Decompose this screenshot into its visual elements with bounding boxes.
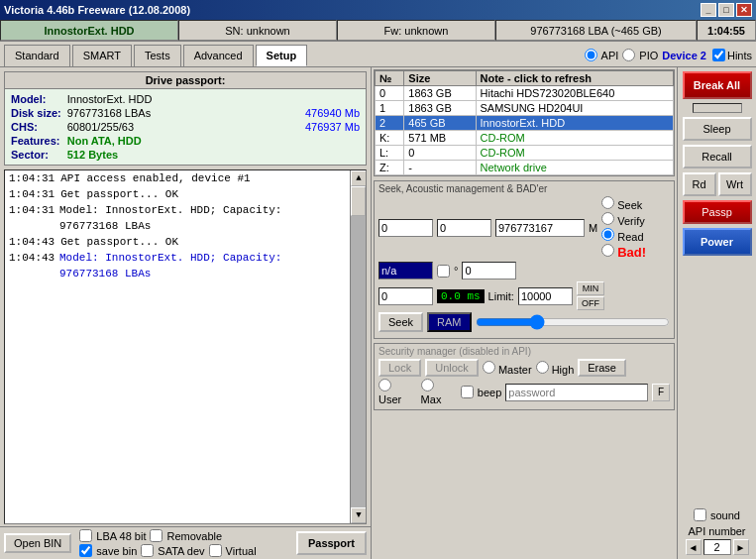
master-radio[interactable] [483,361,495,374]
po-value-input[interactable] [462,262,516,280]
serial-number: SN: unknown [178,20,337,41]
security-title: Security manager (disabled in API) [378,346,670,357]
drive-row-k[interactable]: K: 571 MB CD-ROM [376,131,674,146]
log-entry-2: 1:04:31 Get passport... OK [5,186,350,202]
ram-button[interactable]: RAM [427,312,471,332]
drive-row-l[interactable]: L: 0 CD-ROM [376,146,674,161]
po-checkbox[interactable] [437,265,450,278]
log-entry-1: 1:04:31 API access enabled, device #1 [5,170,350,186]
drive-size-0: 1863 GB [404,86,476,101]
wrt-button[interactable]: Wrt [718,172,752,196]
chs-value: 60801/255/63 [67,121,299,133]
password-input[interactable] [505,384,648,401]
tab-smart[interactable]: SMART [72,45,132,66]
scrollbar-thumb[interactable] [351,186,366,216]
virtual-checkbox[interactable] [209,544,222,557]
tab-standard[interactable]: Standard [4,45,70,66]
seek-to-input[interactable] [495,219,585,237]
log-time-3: 1:04:31 [9,202,54,234]
tab-tests[interactable]: Tests [134,45,181,66]
master-radio-label: Master [483,361,532,376]
break-all-button[interactable]: Break All [683,71,752,99]
limit-input[interactable] [518,287,573,305]
flag-button[interactable]: F [652,384,670,401]
title-bar: Victoria 4.46b Freeware (12.08.2008) _ □… [0,0,756,20]
scroll-down-btn[interactable]: ▼ [351,507,367,523]
center-panel: № Size Note - click to refresh 0 1863 GB… [372,67,677,559]
passport-header: Drive passport: [5,72,366,89]
sata-row: save bin SATA dev Virtual [79,544,256,557]
power-button[interactable]: Power [683,228,752,256]
off-button[interactable]: OFF [577,296,604,310]
seek-button[interactable]: Seek [378,312,423,332]
seek-radio[interactable] [601,196,614,209]
rw-buttons: Rd Wrt [683,172,752,196]
seek-count-input[interactable] [437,219,491,237]
scroll-up-btn[interactable]: ▲ [351,170,367,186]
passport-button[interactable]: Passport [296,531,367,555]
rd-button[interactable]: Rd [683,172,716,196]
maximize-button[interactable]: □ [718,3,734,17]
hints-checkbox[interactable] [712,49,725,61]
recall-button[interactable]: Recall [683,145,752,168]
max-label: Max [421,393,442,405]
bad-radio[interactable] [601,244,614,257]
lock-button[interactable]: Lock [378,359,421,377]
passp-button[interactable]: Passp [683,200,752,224]
min-button[interactable]: MIN [577,281,604,295]
drive-num-l: L: [376,146,404,161]
drive-passport: Drive passport: Model: InnostorExt. HDD … [4,71,367,166]
na-input[interactable] [378,262,433,280]
lba-info: 976773168 LBA (~465 GB) [495,20,697,41]
bottom-controls: Open BIN LBA 48 bit Removable save bin S… [0,526,371,559]
removable-checkbox[interactable] [150,529,162,542]
max-radio[interactable] [421,379,434,391]
sound-checkbox[interactable] [694,508,706,521]
seek-slider[interactable] [476,315,670,329]
user-label: User [378,393,401,405]
removable-label: Removable [166,530,222,542]
lba48-checkbox[interactable] [79,529,92,542]
sleep-button[interactable]: Sleep [683,117,752,141]
drive-row-1[interactable]: 1 1863 GB SAMSUNG HD204UI [376,101,674,116]
chs-label: CHS: [11,121,61,133]
features-label: Features: [11,135,61,147]
drive-row-z[interactable]: Z: - Network drive [376,161,674,175]
open-bin-button[interactable]: Open BIN [4,533,71,553]
minimize-button[interactable]: _ [701,3,716,17]
features-value: Non ATA, HDD [67,135,299,147]
sound-row: sound [694,508,740,521]
scrollbar-track [351,186,366,507]
api-increment-button[interactable]: ► [733,539,749,555]
tab-setup[interactable]: Setup [256,45,308,66]
seek-from-input[interactable] [378,219,433,237]
savebin-checkbox[interactable] [79,544,92,557]
api-decrement-button[interactable]: ◄ [686,539,702,555]
m-label: M [589,222,597,234]
drive-note-k: CD-ROM [476,131,673,146]
drive-table: № Size Note - click to refresh 0 1863 GB… [374,69,675,176]
log-time-4: 1:04:43 [9,234,54,250]
status-bar: InnostorExt. HDD SN: unknown Fw: unknown… [0,20,756,42]
read-radio[interactable] [601,228,614,241]
read-radio-label: Read [601,228,646,243]
disksize-label: Disk size: [11,107,61,119]
close-button[interactable]: ✕ [736,3,752,17]
tab-advanced[interactable]: Advanced [183,45,254,66]
sata-checkbox[interactable] [141,544,154,557]
beep-checkbox[interactable] [461,386,474,398]
user-radio[interactable] [378,379,391,391]
drive-size-1: 1863 GB [404,101,476,116]
erase-button[interactable]: Erase [578,359,626,377]
drive-row-0[interactable]: 0 1863 GB Hitachi HDS723020BLE640 [376,86,674,101]
log-msg-1: API access enabled, device #1 [60,170,250,186]
drive-row-2[interactable]: 2 465 GB InnostorExt. HDD [376,116,674,131]
high-radio[interactable] [536,361,549,374]
device-name: InnostorExt. HDD [0,20,178,41]
pio-radio[interactable] [622,49,635,61]
seek-step-input[interactable] [378,287,433,305]
unlock-button[interactable]: Unlock [425,359,479,377]
api-radio[interactable] [585,49,597,61]
verify-radio[interactable] [601,212,614,225]
left-panel: Drive passport: Model: InnostorExt. HDD … [0,67,372,559]
